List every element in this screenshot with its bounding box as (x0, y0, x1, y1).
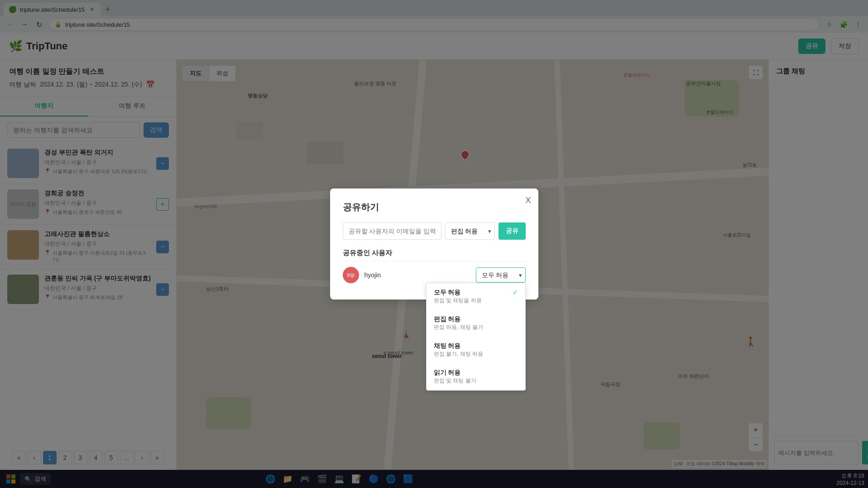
share-email-input[interactable] (343, 222, 441, 240)
perm-all-desc: 편집 및 채팅을 허용 (434, 297, 482, 304)
perm-edit-label: 편집 허용 (434, 315, 483, 324)
share-confirm-button[interactable]: 공유 (499, 222, 526, 240)
perm-read-desc: 편집 및 채팅 불가 (434, 377, 476, 385)
permission-dropdown: 모두 허용 편집 및 채팅을 허용 ✓ 편집 허용 편집 허용, 채팅 불가 (426, 283, 526, 391)
perm-chat-desc: 편집 불가, 채팅 허용 (434, 350, 483, 358)
user-name: hyojin (364, 271, 470, 279)
shared-users-label: 공유중인 사용자 (343, 249, 526, 261)
perm-option-read-content: 읽기 허용 편집 및 채팅 불가 (434, 369, 476, 385)
modal-overlay: 공유하기 X 편집 허용 모두 허용 채팅 허용 읽기 허용 공유 공유중인 사… (0, 0, 868, 488)
avatar-text: trip (347, 272, 355, 278)
user-permission-wrapper: 모두 허용 편집 허용 채팅 허용 읽기 허용 모두 허용 편집 및 채팅을 허… (476, 267, 526, 283)
modal-title: 공유하기 (343, 201, 526, 213)
share-permission-select[interactable]: 편집 허용 모두 허용 채팅 허용 읽기 허용 (445, 222, 495, 240)
share-permission-wrapper: 편집 허용 모두 허용 채팅 허용 읽기 허용 (445, 222, 495, 240)
perm-option-read-allow[interactable]: 읽기 허용 편집 및 채팅 불가 (427, 363, 525, 390)
perm-option-all-allow[interactable]: 모두 허용 편집 및 채팅을 허용 ✓ (427, 283, 525, 310)
perm-option-edit-allow[interactable]: 편집 허용 편집 허용, 채팅 불가 (427, 310, 525, 337)
share-modal: 공유하기 X 편집 허용 모두 허용 채팅 허용 읽기 허용 공유 공유중인 사… (330, 188, 538, 300)
user-permission-select[interactable]: 모두 허용 편집 허용 채팅 허용 읽기 허용 (476, 267, 526, 283)
perm-all-check: ✓ (513, 289, 518, 296)
perm-read-label: 읽기 허용 (434, 369, 476, 377)
share-row: 편집 허용 모두 허용 채팅 허용 읽기 허용 공유 (343, 222, 526, 240)
perm-chat-label: 채팅 허용 (434, 342, 483, 350)
perm-edit-desc: 편집 허용, 채팅 불가 (434, 324, 483, 331)
shared-user-row: trip hyojin 모두 허용 편집 허용 채팅 허용 읽기 허용 모두 허… (343, 267, 526, 283)
perm-option-chat-allow[interactable]: 채팅 허용 편집 불가, 채팅 허용 (427, 337, 525, 363)
perm-option-chat-content: 채팅 허용 편집 불가, 채팅 허용 (434, 342, 483, 358)
modal-close-button[interactable]: X (525, 196, 531, 205)
perm-option-all-content: 모두 허용 편집 및 채팅을 허용 (434, 289, 482, 304)
user-avatar: trip (343, 267, 359, 283)
perm-option-edit-content: 편집 허용 편집 허용, 채팅 불가 (434, 315, 483, 331)
perm-all-label: 모두 허용 (434, 289, 482, 297)
